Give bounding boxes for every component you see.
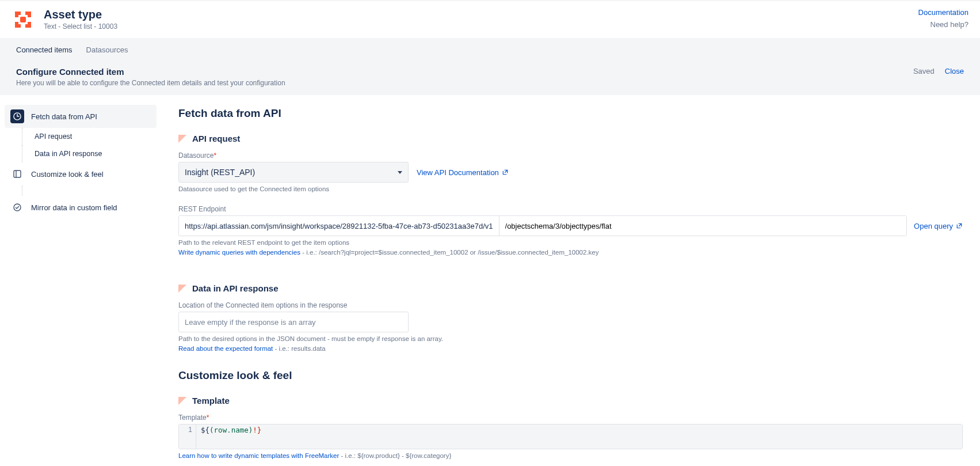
datasource-hint: Datasource used to get the Connected ite…: [178, 185, 963, 192]
sidebar-item-data-response[interactable]: Data in API response: [5, 145, 157, 162]
documentation-link[interactable]: Documentation: [918, 8, 968, 17]
saved-status: Saved: [913, 67, 935, 75]
subheader-desc: Here you will be able to configure the C…: [16, 79, 285, 87]
section-data-response: Data in API response: [178, 283, 963, 293]
page-header: Asset type Text - Select list - 10003 Do…: [0, 0, 980, 38]
subheader-title: Configure Connected item: [16, 67, 285, 77]
tab-datasources[interactable]: Datasources: [86, 46, 128, 54]
endpoint-prefix: https://api.atlassian.com/jsm/insight/wo…: [179, 216, 499, 236]
freemarker-link[interactable]: Learn how to write dynamic templates wit…: [178, 452, 339, 459]
section-api-request: API request: [178, 134, 963, 143]
close-button[interactable]: Close: [945, 67, 964, 75]
location-label: Location of the Connected item options i…: [178, 301, 963, 309]
main-content: Fetch data from API API request Datasour…: [161, 96, 980, 466]
open-query-link[interactable]: Open query: [914, 222, 963, 230]
location-hint-2: Read about the expected format - i.e.: r…: [178, 345, 963, 352]
external-link-icon: [502, 169, 509, 176]
app-logo: [12, 8, 35, 31]
expected-format-link[interactable]: Read about the expected format: [178, 345, 273, 352]
sidebar-item-label: Fetch data from API: [31, 112, 97, 121]
sidebar-item-look-feel[interactable]: Customize look & feel: [5, 162, 157, 185]
datasource-select[interactable]: Insight (REST_API): [178, 162, 409, 183]
section-marker-icon: [178, 135, 186, 143]
template-editor[interactable]: 1 ${(row.name)!}: [178, 424, 963, 449]
need-help-link[interactable]: Need help?: [918, 20, 968, 29]
look-icon: [10, 167, 24, 181]
svg-rect-0: [20, 17, 26, 22]
view-api-documentation-link[interactable]: View API Documentation: [417, 168, 509, 177]
sidebar-item-label: Customize look & feel: [31, 170, 104, 179]
fetch-icon: [10, 109, 24, 123]
endpoint-hint-2: Write dynamic queries with dependencies …: [178, 249, 963, 256]
external-link-icon: [956, 222, 963, 229]
top-tabs: Connected items Datasources: [0, 38, 980, 61]
tab-connected-items[interactable]: Connected items: [16, 46, 73, 54]
section-marker-icon: [178, 285, 186, 293]
template-hint: Learn how to write dynamic templates wit…: [178, 452, 963, 459]
page-subtitle: Text - Select list - 10003: [44, 22, 918, 31]
section-template: Template: [178, 396, 963, 406]
svg-rect-1: [14, 171, 21, 177]
location-hint-1: Path to the desired options in the JSON …: [178, 335, 963, 342]
subheader: Configure Connected item Here you will b…: [0, 61, 980, 96]
sidebar-connector: [5, 185, 157, 196]
editor-content[interactable]: ${(row.name)!}: [196, 425, 962, 449]
sidebar-item-fetch[interactable]: Fetch data from API: [5, 105, 157, 128]
page-title: Asset type: [44, 8, 918, 21]
rest-endpoint-label: REST Endpoint: [178, 205, 963, 213]
svg-point-3: [14, 204, 21, 211]
rest-endpoint-field: https://api.atlassian.com/jsm/insight/wo…: [178, 215, 907, 236]
endpoint-hint-1: Path to the relevant REST endpoint to ge…: [178, 239, 963, 246]
sidebar-item-mirror[interactable]: Mirror data in custom field: [5, 196, 157, 219]
datasource-label: Datasource*: [178, 151, 963, 160]
sidebar-item-label: Mirror data in custom field: [31, 203, 117, 212]
dynamic-queries-link[interactable]: Write dynamic queries with dependencies: [178, 249, 300, 256]
endpoint-input[interactable]: [499, 216, 907, 236]
location-input[interactable]: [178, 312, 409, 332]
template-label: Template*: [178, 414, 963, 422]
chevron-down-icon: [398, 171, 402, 174]
sidebar-item-api-request[interactable]: API request: [5, 128, 157, 145]
editor-gutter: 1: [179, 425, 196, 449]
mirror-icon: [10, 200, 24, 214]
sidebar: Fetch data from API API request Data in …: [0, 96, 161, 466]
section-heading-fetch: Fetch data from API: [178, 107, 963, 120]
section-marker-icon: [178, 397, 186, 405]
section-heading-look: Customize look & feel: [178, 369, 963, 382]
